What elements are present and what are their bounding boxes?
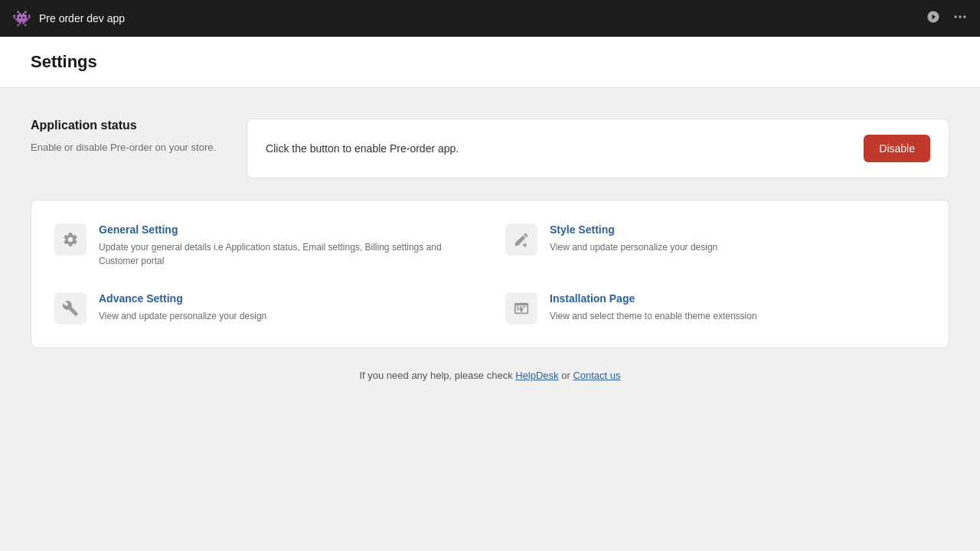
help-footer: If you need any help, please check HelpD…	[31, 370, 949, 381]
svg-point-0	[955, 15, 957, 18]
svg-point-1	[959, 15, 961, 18]
app-status-left: Application status Enable or disable Pre…	[31, 119, 216, 155]
setting-item-general[interactable]: General Setting Update your general deta…	[54, 223, 475, 268]
installation-setting-desc: View and select theme to enable theme ex…	[550, 309, 757, 323]
svg-point-2	[963, 15, 965, 18]
gear-icon	[62, 231, 79, 248]
advance-icon-box	[54, 292, 87, 324]
contact-link[interactable]: Contact us	[573, 370, 620, 381]
setting-item-installation[interactable]: Installation Page View and select theme …	[505, 292, 926, 324]
page-title: Settings	[31, 52, 949, 72]
app-status-section: Application status Enable or disable Pre…	[31, 119, 949, 178]
style-setting-title: Style Setting	[550, 223, 717, 236]
general-setting-desc: Update your general details i.e Applicat…	[99, 240, 475, 268]
setting-item-style[interactable]: Style Setting View and update personaliz…	[505, 223, 926, 268]
nav-left: 👾 Pre order dev app	[12, 9, 125, 28]
top-nav: 👾 Pre order dev app	[0, 0, 980, 37]
advance-setting-text: Advance Setting View and update personal…	[99, 292, 266, 323]
page-header: Settings	[0, 37, 980, 88]
style-icon-box	[505, 223, 537, 256]
advance-setting-desc: View and update personalize your design	[99, 309, 266, 323]
download-icon[interactable]	[926, 10, 940, 27]
advance-setting-title: Advance Setting	[99, 292, 266, 305]
app-status-description: Enable or disable Pre-order on your stor…	[31, 140, 216, 155]
main-content: Application status Enable or disable Pre…	[0, 88, 980, 551]
disable-button[interactable]: Disable	[864, 135, 930, 162]
more-options-icon[interactable]	[952, 9, 968, 28]
setting-item-advance[interactable]: Advance Setting View and update personal…	[54, 292, 475, 324]
app-status-card-text: Click the button to enable Pre-order app…	[266, 142, 459, 155]
helpdesk-link[interactable]: HelpDesk	[515, 370, 558, 381]
settings-grid: General Setting Update your general deta…	[54, 223, 926, 324]
style-icon	[513, 231, 530, 248]
install-icon	[513, 300, 530, 317]
installation-icon-box	[505, 292, 537, 324]
installation-setting-title: Installation Page	[550, 292, 757, 305]
tools-icon	[62, 300, 79, 317]
general-setting-text: General Setting Update your general deta…	[99, 223, 475, 268]
help-text-before: If you need any help, please check	[359, 370, 515, 381]
nav-right	[926, 9, 968, 28]
general-icon-box	[54, 223, 87, 256]
app-status-card: Click the button to enable Pre-order app…	[247, 119, 949, 178]
app-icon: 👾	[12, 9, 31, 28]
help-text-middle: or	[561, 370, 573, 381]
installation-setting-text: Installation Page View and select theme …	[550, 292, 757, 323]
app-status-heading: Application status	[31, 119, 216, 132]
settings-grid-card: General Setting Update your general deta…	[31, 200, 949, 348]
general-setting-title: General Setting	[99, 223, 475, 236]
style-setting-desc: View and update personalize your design	[550, 240, 717, 254]
style-setting-text: Style Setting View and update personaliz…	[550, 223, 717, 254]
app-title: Pre order dev app	[39, 12, 125, 24]
